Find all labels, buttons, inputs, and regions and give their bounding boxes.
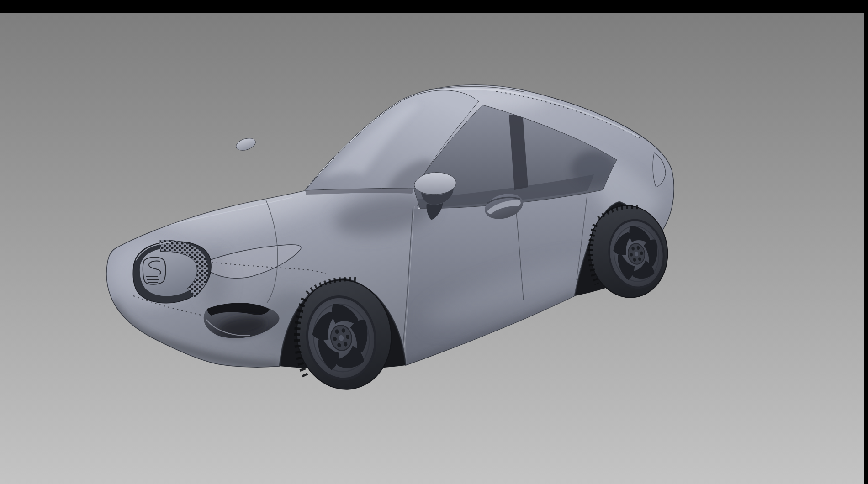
letterbox-right-bar [864,0,868,484]
letterbox-top-bar [0,0,868,13]
render-viewport[interactable] [0,0,868,484]
scene-canvas[interactable] [0,0,868,484]
